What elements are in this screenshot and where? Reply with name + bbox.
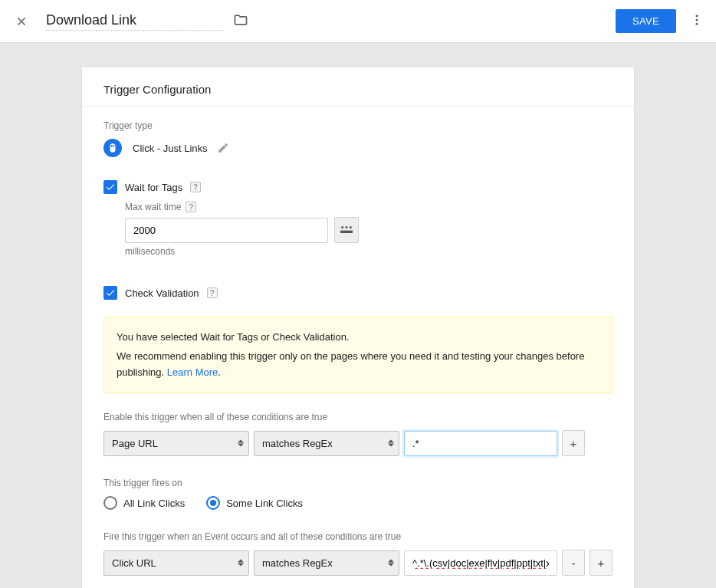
event-field-select[interactable]: Click URL <box>103 550 249 576</box>
check-validation-checkbox[interactable] <box>103 286 117 300</box>
warning-title: You have selected Wait for Tags or Check… <box>117 330 599 346</box>
trigger-type-label: Trigger type <box>103 120 613 131</box>
close-icon[interactable] <box>12 12 31 31</box>
radio-all-link-clicks[interactable]: All Link Clicks <box>103 496 185 510</box>
card-title: Trigger Configuration <box>82 67 634 107</box>
fire-when-label: Fire this trigger when an Event occurs a… <box>103 531 613 542</box>
condition-operator-select[interactable]: matches RegEx <box>254 431 399 456</box>
warning-box: You have selected Wait for Tags or Check… <box>103 317 613 393</box>
radio-icon <box>206 496 220 510</box>
svg-rect-4 <box>346 226 348 228</box>
mouse-icon <box>103 139 122 157</box>
content-area: Trigger Configuration Trigger type Click… <box>0 43 716 588</box>
wait-for-tags-label: Wait for Tags <box>125 182 182 193</box>
radio-some-link-clicks[interactable]: Some Link Clicks <box>206 496 303 510</box>
svg-point-1 <box>696 19 698 21</box>
add-condition-button[interactable]: + <box>590 550 613 576</box>
svg-point-0 <box>696 15 698 17</box>
event-operator-select[interactable]: matches RegEx <box>254 550 399 576</box>
units-label: milliseconds <box>125 246 613 257</box>
select-caret-icon <box>238 560 244 567</box>
more-icon[interactable] <box>690 13 704 29</box>
page-title-input[interactable] <box>46 12 224 31</box>
trigger-type-value: Click - Just Links <box>133 143 208 154</box>
save-button[interactable]: SAVE <box>616 9 676 33</box>
svg-rect-6 <box>340 231 353 233</box>
svg-rect-3 <box>341 226 343 228</box>
select-caret-icon <box>238 440 244 447</box>
variable-picker-button[interactable] <box>334 217 359 243</box>
remove-condition-button[interactable]: - <box>562 550 585 576</box>
svg-point-2 <box>696 23 698 25</box>
help-icon[interactable]: ? <box>186 202 196 212</box>
help-icon[interactable]: ? <box>190 182 201 192</box>
help-icon[interactable]: ? <box>207 287 218 298</box>
condition-field-select[interactable]: Page URL <box>103 431 249 456</box>
select-caret-icon <box>388 560 394 567</box>
folder-icon[interactable] <box>233 12 248 30</box>
edit-icon[interactable] <box>217 142 229 154</box>
wait-for-tags-checkbox[interactable] <box>103 180 117 194</box>
learn-more-link[interactable]: Learn More <box>167 366 218 378</box>
top-bar: SAVE <box>0 0 716 43</box>
config-card: Trigger Configuration Trigger type Click… <box>82 67 634 588</box>
svg-rect-5 <box>350 226 352 228</box>
select-caret-icon <box>388 440 394 447</box>
event-value-input[interactable] <box>404 550 557 576</box>
fires-on-label: This trigger fires on <box>103 478 613 488</box>
enable-conditions-label: Enable this trigger when all of these co… <box>103 412 613 422</box>
condition-value-input[interactable] <box>404 431 557 456</box>
max-wait-input[interactable] <box>125 218 328 243</box>
add-condition-button[interactable]: + <box>562 430 585 456</box>
check-validation-label: Check Validation <box>125 287 199 299</box>
max-wait-label: Max wait time <box>125 202 181 212</box>
radio-icon <box>103 496 117 510</box>
